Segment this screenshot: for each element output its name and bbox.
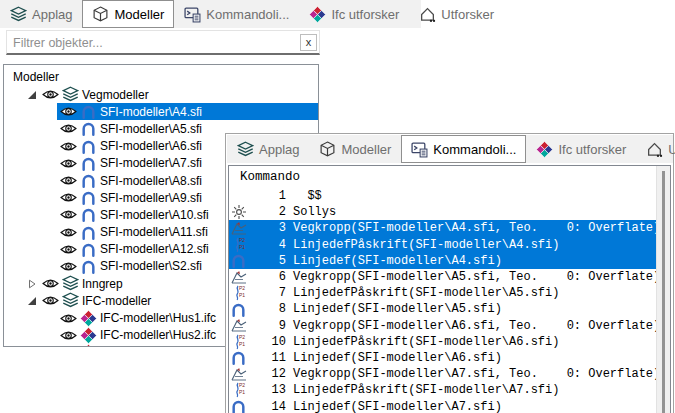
svg-text:P1: P1 <box>239 341 245 347</box>
vertical-scrollbar[interactable] <box>656 166 670 413</box>
command-row[interactable]: 11Linjedef(SFI-modeller\A6.sfi) <box>229 350 657 366</box>
house-icon <box>419 6 436 23</box>
tab-label: Applag <box>32 7 72 22</box>
eye-icon[interactable] <box>59 330 78 341</box>
svg-text:P1: P1 <box>239 292 245 298</box>
tree-row[interactable]: SFI-modeller\A4.sfi <box>4 103 318 120</box>
command-number: 6 <box>252 270 286 284</box>
tab-label: Utforsker <box>441 7 494 22</box>
tab-utforsker[interactable]: Utforsker <box>409 0 504 28</box>
tree-item-label: SFI-modeller\A12.sfi <box>100 242 209 256</box>
vegkropp-icon <box>231 367 252 382</box>
tab-ifc-utforsker[interactable]: Ifc utforsker <box>299 0 409 28</box>
tab-modeller[interactable]: Modeller <box>309 135 401 163</box>
svg-text:P1: P1 <box>239 389 245 395</box>
vegkropp-icon <box>231 270 252 285</box>
eye-icon[interactable] <box>59 158 78 169</box>
eye-icon[interactable] <box>59 227 78 238</box>
tree-item-label: SFI-modeller\A9.sfi <box>100 191 202 205</box>
svg-text:P2: P2 <box>239 237 245 243</box>
tree-item-label: SFI-modeller\A10.sfi <box>100 208 209 222</box>
paskrift-icon: P2P1 <box>231 382 252 398</box>
linjedef-icon <box>231 350 252 365</box>
tab-applag[interactable]: Applag <box>227 135 309 163</box>
console-icon <box>184 6 201 23</box>
linjedef-icon <box>231 399 252 413</box>
eye-icon[interactable] <box>59 106 78 117</box>
eye-icon[interactable] <box>59 192 78 203</box>
command-text: Linjedef(SFI-modeller\A5.sfi) <box>293 302 657 316</box>
arc-icon <box>78 259 98 274</box>
tab-label: Kommandoli... <box>433 142 516 157</box>
arc-icon <box>78 207 98 222</box>
command-text: Vegkropp(SFI-modeller\A4.sfi, Teo. 0: Ov… <box>293 221 657 235</box>
scrollbar-thumb[interactable] <box>662 171 665 413</box>
console-icon <box>411 141 428 158</box>
command-number: 12 <box>252 367 286 381</box>
command-row[interactable]: 3Vegkropp(SFI-modeller\A4.sfi, Teo. 0: O… <box>229 220 657 236</box>
clear-filter-button[interactable]: x <box>300 34 317 51</box>
tab-label: Ifc utforsker <box>558 142 626 157</box>
ifc-icon <box>78 310 98 327</box>
command-row[interactable]: 8Linjedef(SFI-modeller\A5.sfi) <box>229 301 657 317</box>
command-row[interactable]: 6Vegkropp(SFI-modeller\A5.sfi, Teo. 0: O… <box>229 269 657 285</box>
command-row[interactable]: 12Vegkropp(SFI-modeller\A7.sfi, Teo. 0: … <box>229 366 657 382</box>
svg-text:P2: P2 <box>239 334 245 340</box>
tab-ifc-utforsker[interactable]: Ifc utforsker <box>526 135 636 163</box>
layers-icon <box>60 292 80 309</box>
layers-icon <box>237 141 254 158</box>
eye-icon[interactable] <box>41 278 60 289</box>
command-number: 5 <box>252 254 286 268</box>
command-number: 4 <box>252 238 286 252</box>
tab-kommandoli[interactable]: Kommandoli... <box>401 135 526 163</box>
command-number: 2 <box>252 205 286 219</box>
tree-item-label: SFI-modeller\A8.sfi <box>100 174 202 188</box>
expander-expanded-icon[interactable] <box>24 90 39 100</box>
house-icon <box>646 141 663 158</box>
eye-icon[interactable] <box>59 123 78 134</box>
layers-icon <box>60 275 80 292</box>
tree-row[interactable]: Vegmodeller <box>4 86 318 103</box>
tree-row-content[interactable]: Vegmodeller <box>39 86 318 103</box>
arc-icon <box>78 242 98 257</box>
arc-icon <box>78 225 98 240</box>
filter-input[interactable] <box>11 33 285 53</box>
expander-expanded-icon[interactable] <box>24 296 39 306</box>
tab-modeller[interactable]: Modeller <box>82 0 174 28</box>
command-number: 10 <box>252 335 286 349</box>
svg-text:P2: P2 <box>239 383 245 389</box>
command-number: 14 <box>252 400 286 413</box>
tab-applag[interactable]: Applag <box>0 0 82 28</box>
eye-icon[interactable] <box>41 295 60 306</box>
tab-utforsker[interactable]: Utforsker <box>636 135 675 163</box>
tree-item-label: SFI-modeller\A11.sfi <box>100 225 208 239</box>
command-row[interactable]: P2P17LinjedefPåskrift(SFI-modeller\A5.sf… <box>229 285 657 301</box>
command-row[interactable]: P2P110LinjedefPåskrift(SFI-modeller\A6.s… <box>229 334 657 350</box>
eye-icon[interactable] <box>59 244 78 255</box>
command-row[interactable]: 9Vegkropp(SFI-modeller\A6.sfi, Teo. 0: O… <box>229 318 657 334</box>
command-text: Vegkropp(SFI-modeller\A5.sfi, Teo. 0: Ov… <box>293 270 657 284</box>
command-row[interactable]: P2P113LinjedefPåskrift(SFI-modeller\A7.s… <box>229 382 657 398</box>
command-panel: ApplagModellerKommandoli...Ifc utforsker… <box>225 133 674 413</box>
eye-icon[interactable] <box>41 89 60 100</box>
vegkropp-icon <box>231 318 252 333</box>
eye-icon[interactable] <box>59 209 78 220</box>
command-row[interactable]: P2P14LinjedefPåskrift(SFI-modeller\A4.sf… <box>229 237 657 253</box>
tree-row-content[interactable]: SFI-modeller\A4.sfi <box>57 103 318 120</box>
command-row[interactable]: 1 $$ <box>229 188 657 204</box>
eye-icon[interactable] <box>59 313 78 324</box>
eye-icon[interactable] <box>59 261 78 272</box>
ifc-icon <box>536 141 553 158</box>
filter-row: x <box>6 30 320 55</box>
models-panel-tabbar: ApplagModellerKommandoli...Ifc utforsker… <box>0 0 421 28</box>
command-text: LinjedefPåskrift(SFI-modeller\A7.sfi) <box>293 383 657 397</box>
tree-item-label: SFI-modeller\S2.sfi <box>100 259 202 273</box>
eye-icon[interactable] <box>59 141 78 152</box>
eye-icon[interactable] <box>59 175 78 186</box>
command-row[interactable]: 2Sollys <box>229 204 657 220</box>
command-row[interactable]: 14Linjedef(SFI-modeller\A7.sfi) <box>229 398 657 413</box>
expander-collapsed-icon[interactable] <box>24 279 39 289</box>
command-row[interactable]: 5Linjedef(SFI-modeller\A4.sfi) <box>229 253 657 269</box>
paskrift-icon: P2P1 <box>231 285 252 301</box>
tab-kommandoli[interactable]: Kommandoli... <box>174 0 299 28</box>
